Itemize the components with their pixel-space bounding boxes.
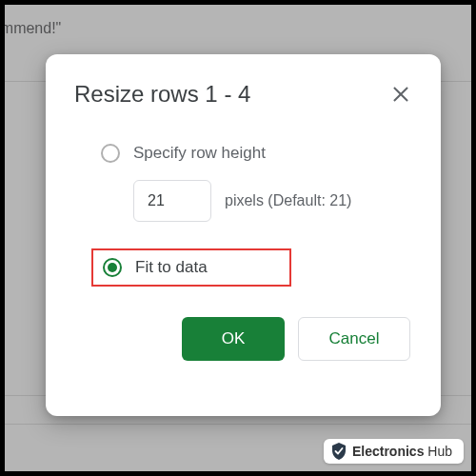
cancel-button[interactable]: Cancel	[298, 317, 410, 361]
watermark: Electronics Hub	[324, 439, 464, 464]
watermark-text: Electronics Hub	[352, 444, 452, 459]
close-icon[interactable]	[391, 85, 410, 104]
radio-unselected-icon	[101, 144, 120, 163]
row-height-input[interactable]	[133, 180, 211, 222]
dialog-title: Resize rows 1 - 4	[74, 81, 250, 108]
specify-row-height-label: Specify row height	[133, 144, 266, 163]
pixels-default-text: pixels (Default: 21)	[225, 192, 351, 209]
fit-to-data-label: Fit to data	[135, 258, 208, 277]
shield-icon	[331, 443, 347, 460]
specify-row-height-option[interactable]: Specify row height	[101, 144, 412, 163]
fit-to-data-option[interactable]: Fit to data	[103, 258, 280, 277]
radio-selected-icon	[103, 258, 122, 277]
resize-rows-dialog: Resize rows 1 - 4 Specify row height pix…	[46, 54, 441, 416]
highlight-box: Fit to data	[91, 248, 291, 287]
ok-button[interactable]: OK	[182, 317, 285, 361]
